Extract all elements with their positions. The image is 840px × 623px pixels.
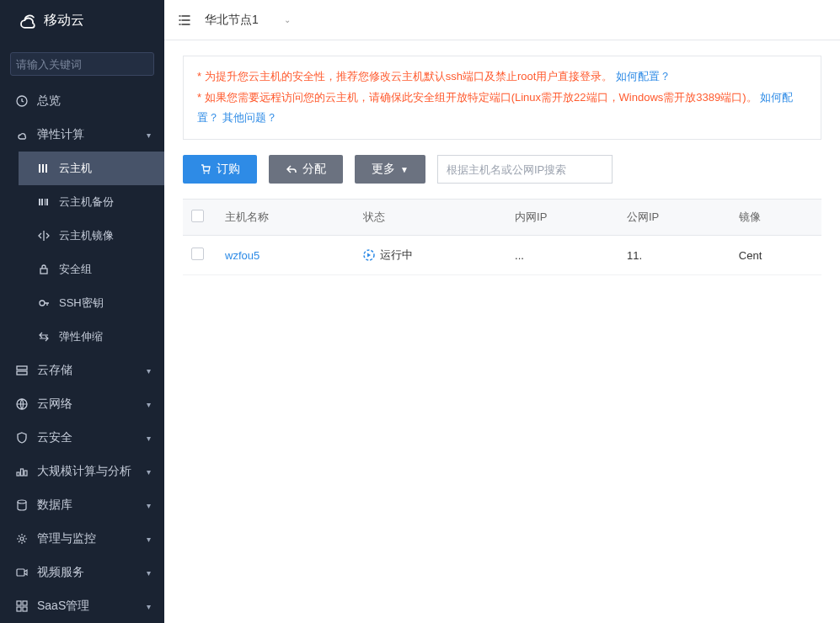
svg-point-17 <box>18 500 26 503</box>
allocate-button[interactable]: 分配 <box>269 155 343 184</box>
svg-rect-5 <box>39 199 40 205</box>
caret-down-icon: ▼ <box>400 165 409 174</box>
table-row: wzfou5 运行中 ... 11. Cent <box>183 236 821 275</box>
svg-rect-22 <box>17 607 21 611</box>
shield-icon <box>15 431 29 445</box>
svg-rect-4 <box>45 164 47 173</box>
action-bar: 订购 分配 更多 ▼ <box>183 155 821 184</box>
faq-link[interactable]: 其他问题？ <box>222 111 277 124</box>
gear-icon <box>15 532 29 546</box>
warning-text: * 如果您需要远程访问您的云主机，请确保此安全组开放特定端口(Linux需开放2… <box>197 91 757 104</box>
app-icon <box>15 599 29 613</box>
nav-label: 总览 <box>37 93 61 109</box>
sidebar-search[interactable] <box>10 52 154 76</box>
nav-ssh-key[interactable]: SSH密钥 <box>19 286 164 320</box>
config-link[interactable]: 如何配置？ <box>616 70 671 83</box>
region-selector[interactable]: 华北节点1 ⌄ <box>205 13 291 28</box>
sidebar-search-input[interactable] <box>16 58 158 71</box>
table-header-row: 主机名称 状态 内网IP 公网IP 镜像 <box>183 200 821 236</box>
video-icon <box>15 566 29 579</box>
svg-rect-19 <box>17 569 24 576</box>
chevron-down-icon: ▾ <box>147 602 151 611</box>
nav-label: 云存储 <box>37 363 72 378</box>
nav-monitor[interactable]: 管理与监控 ▾ <box>0 522 164 556</box>
chevron-down-icon: ▾ <box>147 366 151 375</box>
nav-database[interactable]: 数据库 ▾ <box>0 488 164 522</box>
cart-icon <box>200 163 211 175</box>
nav-security-group[interactable]: 安全组 <box>19 253 164 286</box>
svg-rect-12 <box>17 371 27 375</box>
sidebar: 移动云 总览 弹性计算 ▾ 云主机 <box>0 0 164 623</box>
button-label: 分配 <box>302 162 326 177</box>
topbar: 华北节点1 ⌄ <box>164 0 840 40</box>
globe-icon <box>15 397 29 411</box>
select-all-checkbox[interactable] <box>191 210 204 222</box>
analytics-icon <box>15 465 29 478</box>
svg-point-25 <box>208 173 210 174</box>
warning-text: * 为提升您云主机的安全性，推荐您修改云主机默认ssh端口及禁止root用户直接… <box>197 70 613 83</box>
nav-label: 安全组 <box>59 262 92 277</box>
lock-icon <box>37 263 51 276</box>
nav-label: 数据库 <box>37 498 72 513</box>
svg-rect-3 <box>42 164 44 173</box>
nav-video[interactable]: 视频服务 ▾ <box>0 556 164 589</box>
more-button[interactable]: 更多 ▼ <box>355 155 425 184</box>
nav-label: 管理与监控 <box>37 531 96 546</box>
svg-point-18 <box>20 537 24 540</box>
chevron-down-icon: ▾ <box>147 130 151 140</box>
chevron-down-icon: ▾ <box>147 501 151 510</box>
svg-rect-9 <box>40 269 47 274</box>
chevron-down-icon: ▾ <box>147 434 151 443</box>
nav-label: SaaS管理 <box>37 599 89 614</box>
status-cell: 运行中 <box>363 248 498 263</box>
col-public-ip: 公网IP <box>618 200 730 236</box>
nav-label: 云主机 <box>59 161 92 176</box>
nav-saas[interactable]: SaaS管理 ▾ <box>0 589 164 623</box>
nav-security[interactable]: 云安全 ▾ <box>0 421 164 455</box>
chevron-down-icon: ▾ <box>147 400 151 409</box>
order-button[interactable]: 订购 <box>183 155 257 184</box>
filter-input[interactable] <box>437 155 613 184</box>
nav-bigdata[interactable]: 大规模计算与分析 ▾ <box>0 455 164 488</box>
nav-overview[interactable]: 总览 <box>0 84 164 118</box>
svg-point-24 <box>204 173 206 174</box>
col-name: 主机名称 <box>217 200 355 236</box>
nav-vm[interactable]: 云主机 <box>19 152 164 185</box>
menu-toggle-icon[interactable] <box>176 12 193 29</box>
nav-vm-backup[interactable]: 云主机备份 <box>19 185 164 219</box>
chevron-down-icon: ▾ <box>147 467 151 477</box>
nav-network[interactable]: 云网络 ▾ <box>0 387 164 421</box>
key-icon <box>37 296 51 310</box>
status-text: 运行中 <box>380 248 413 263</box>
sidebar-nav: 总览 弹性计算 ▾ 云主机 云主机备份 云主机镜像 <box>0 84 164 623</box>
public-ip-value: 11. <box>627 249 642 262</box>
nav-storage[interactable]: 云存储 ▾ <box>0 354 164 387</box>
nav-elastic-compute[interactable]: 弹性计算 ▾ <box>0 118 164 152</box>
svg-rect-7 <box>45 199 45 205</box>
button-label: 订购 <box>217 162 240 177</box>
svg-rect-2 <box>39 164 40 173</box>
nav-label: 弹性伸缩 <box>59 329 103 344</box>
database-icon <box>15 498 29 512</box>
mirror-icon <box>37 229 51 242</box>
svg-rect-20 <box>17 601 21 605</box>
svg-rect-23 <box>23 607 27 611</box>
vm-name-link[interactable]: wzfou5 <box>225 249 259 262</box>
private-ip-value: ... <box>515 249 524 262</box>
nav-vm-image[interactable]: 云主机镜像 <box>19 219 164 253</box>
backup-icon <box>37 195 51 209</box>
nav-label: 弹性计算 <box>37 127 84 142</box>
clock-icon <box>15 94 29 108</box>
svg-rect-16 <box>24 471 27 476</box>
nav-elastic-scale[interactable]: 弹性伸缩 <box>19 320 164 354</box>
image-value: Cent <box>739 249 762 262</box>
svg-rect-14 <box>17 472 19 476</box>
svg-rect-11 <box>17 366 27 370</box>
running-icon <box>363 249 375 261</box>
nav-label: SSH密钥 <box>59 296 104 311</box>
row-checkbox[interactable] <box>191 248 204 260</box>
svg-rect-8 <box>46 199 48 205</box>
chevron-down-icon: ▾ <box>147 535 151 544</box>
server-icon <box>37 162 51 175</box>
nav-label: 云网络 <box>37 397 72 412</box>
